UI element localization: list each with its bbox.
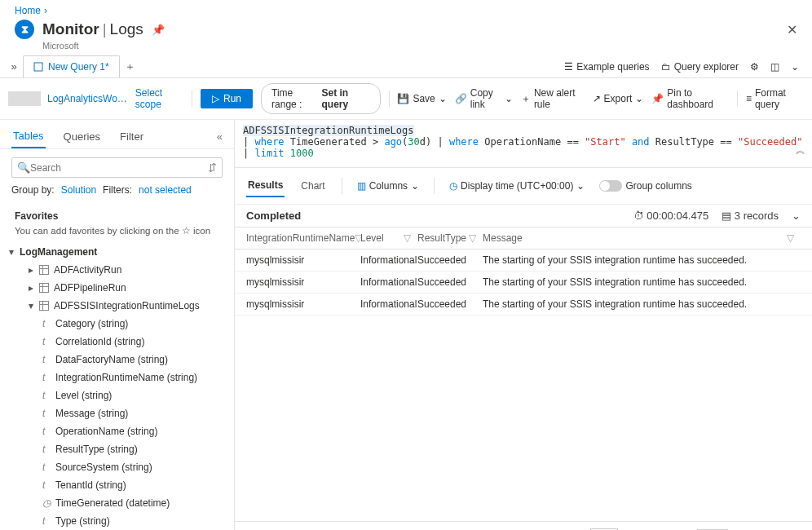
search-icon: 🔍: [17, 161, 30, 174]
sidebar: Tables Queries Filter « 🔍 ⇵ Group by: So…: [0, 120, 235, 530]
chart-tab[interactable]: Chart: [299, 175, 326, 197]
type-icon: t: [42, 479, 51, 491]
filter-icon[interactable]: ▽: [404, 232, 411, 244]
type-icon: t: [42, 390, 51, 401]
folder-icon: 🗀: [661, 61, 671, 73]
workspace-selector[interactable]: LogAnalyticsWo…: [8, 91, 127, 106]
gear-icon[interactable]: ⚙: [750, 61, 759, 73]
chevron-down-icon: ▾: [28, 300, 34, 311]
tree-table[interactable]: ▸ADFPipelineRun: [0, 279, 234, 297]
search-input[interactable]: [30, 162, 203, 174]
copy-link-button[interactable]: 🔗 Copy link ⌄: [455, 87, 513, 110]
link-icon: 🔗: [455, 93, 467, 104]
chevron-down-icon[interactable]: ⌄: [792, 210, 801, 222]
svg-rect-0: [34, 63, 42, 71]
tree-column[interactable]: tCorrelationId (string): [0, 333, 234, 351]
filter-icon[interactable]: ▽: [469, 232, 476, 244]
export-button[interactable]: ↗ Export ⌄: [593, 93, 644, 104]
panel-icon[interactable]: ◫: [770, 61, 779, 73]
workspace-color-icon: [8, 91, 41, 106]
groupby-link[interactable]: Solution: [61, 184, 96, 196]
chevron-down-icon: ▾: [8, 246, 15, 258]
filter-icon[interactable]: ▽: [787, 232, 794, 244]
chevron-down-icon[interactable]: ⌄: [791, 61, 799, 73]
type-icon: t: [42, 462, 51, 473]
page-section: Logs: [110, 20, 143, 38]
table-icon: [39, 283, 49, 293]
tree-section[interactable]: ▾ LogManagement: [0, 243, 234, 261]
display-time-button[interactable]: ◷ Display time (UTC+00:00) ⌄: [449, 180, 585, 192]
tree-table[interactable]: ▸ADFActivityRun: [0, 261, 234, 279]
select-scope-link[interactable]: Select scope: [135, 87, 183, 110]
favorites-hint: You can add favorites by clicking on the…: [0, 225, 234, 243]
query-tab[interactable]: New Query 1*: [23, 55, 120, 77]
tree-column[interactable]: tLevel (string): [0, 386, 234, 404]
new-alert-button[interactable]: ＋ New alert rule: [521, 87, 585, 110]
type-icon: t: [42, 408, 51, 419]
tree-column[interactable]: tOperationName (string): [0, 422, 234, 440]
pin-icon: 📌: [651, 93, 664, 104]
col-integration-runtime[interactable]: IntegrationRuntimeName▽: [246, 232, 360, 244]
col-resulttype[interactable]: ResultType▽: [417, 232, 483, 244]
filter-toggle-icon[interactable]: ⇵: [208, 161, 217, 174]
results-tab[interactable]: Results: [246, 174, 285, 197]
tree-column[interactable]: tType (string): [0, 512, 234, 530]
favorites-heading: Favorites: [0, 204, 234, 225]
type-icon: t: [42, 426, 51, 437]
query-explorer-button[interactable]: 🗀 Query explorer: [661, 61, 739, 73]
tree-column[interactable]: tTenantId (string): [0, 476, 234, 494]
table-row[interactable]: mysqlmissisirInformationalSucceededThe s…: [235, 250, 812, 272]
query-tabbar: » New Query 1* ＋ ☰ Example queries 🗀 Que…: [0, 55, 812, 78]
add-tab-button[interactable]: ＋: [120, 60, 141, 74]
tree-column[interactable]: tMessage (string): [0, 404, 234, 422]
chevron-down-icon: ⌄: [411, 180, 419, 192]
play-icon: ▷: [212, 93, 219, 104]
table-icon: [39, 301, 49, 311]
type-icon: t: [42, 515, 51, 527]
run-button[interactable]: ▷ Run: [201, 89, 253, 108]
tree-column[interactable]: tIntegrationRuntimeName (string): [0, 369, 234, 386]
collapse-editor-icon[interactable]: ︽: [796, 144, 805, 157]
table-icon: ▤: [722, 210, 731, 222]
tree-column[interactable]: tResultType (string): [0, 440, 234, 458]
breadcrumb[interactable]: Home ›: [0, 0, 812, 16]
type-icon: t: [42, 444, 51, 455]
columns-button[interactable]: ▥ Columns ⌄: [357, 180, 419, 192]
tree-column[interactable]: ◷TimeGenerated (datetime): [0, 494, 234, 512]
time-range-pill[interactable]: Time range : Set in query: [261, 83, 381, 114]
sidebar-tab-tables[interactable]: Tables: [11, 125, 46, 148]
example-queries-button[interactable]: ☰ Example queries: [564, 61, 649, 73]
tree-column[interactable]: tSourceSystem (string): [0, 458, 234, 476]
tree-column[interactable]: tDataFactoryName (string): [0, 351, 234, 369]
col-message[interactable]: Message▽: [483, 232, 801, 244]
group-columns-toggle[interactable]: Group columns: [599, 180, 691, 192]
table-row[interactable]: mysqlmissisirInformationalSucceededThe s…: [235, 272, 812, 294]
query-editor[interactable]: ADFSSISIntegrationRuntimeLogs | where Ti…: [235, 120, 812, 168]
record-count: ▤ 3 records: [722, 210, 779, 222]
sidebar-tab-queries[interactable]: Queries: [62, 126, 103, 148]
save-icon: 💾: [397, 93, 409, 104]
table-row[interactable]: mysqlmissisirInformationalSucceededThe s…: [235, 294, 812, 316]
pin-icon[interactable]: 📌: [152, 24, 165, 36]
type-icon: t: [42, 372, 51, 383]
chevron-right-icon: ›: [44, 5, 47, 16]
chevron-down-icon: ⌄: [439, 93, 447, 104]
col-level[interactable]: Level▽: [360, 232, 417, 244]
breadcrumb-home[interactable]: Home: [15, 5, 41, 16]
filters-link[interactable]: not selected: [139, 184, 192, 196]
clock-icon: ◷: [449, 180, 457, 192]
collapse-sidebar-icon[interactable]: «: [217, 130, 223, 143]
format-query-button[interactable]: ≡ Format query: [746, 87, 804, 110]
search-box[interactable]: 🔍 ⇵: [11, 157, 223, 178]
expand-tabs-icon[interactable]: »: [5, 60, 23, 73]
chevron-down-icon: ⌄: [505, 93, 513, 104]
close-icon[interactable]: ✕: [787, 22, 797, 38]
sidebar-tab-filter[interactable]: Filter: [118, 126, 145, 148]
type-icon: t: [42, 354, 51, 365]
columns-icon: ▥: [357, 180, 366, 192]
tree-column[interactable]: tCategory (string): [0, 315, 234, 333]
stopwatch-icon: ⏱: [633, 210, 644, 222]
pin-dashboard-button[interactable]: 📌 Pin to dashboard: [651, 87, 729, 110]
tree-table[interactable]: ▾ADFSSISIntegrationRuntimeLogs: [0, 297, 234, 315]
save-button[interactable]: 💾 Save ⌄: [397, 93, 446, 104]
